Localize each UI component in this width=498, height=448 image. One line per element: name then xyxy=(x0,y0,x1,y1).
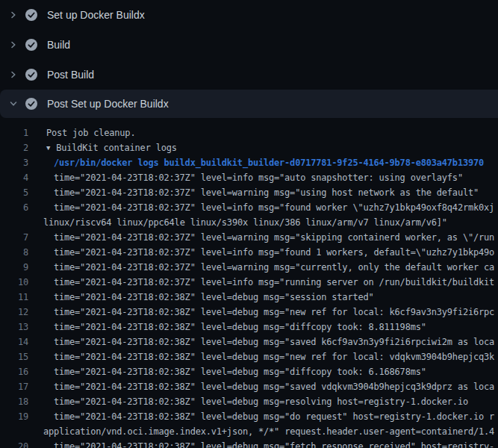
step-label: Set up Docker Buildx xyxy=(47,9,145,21)
log-text: time="2021-04-23T18:02:38Z" level=debug … xyxy=(54,335,494,349)
log-row: 2▼BuildKit container logs xyxy=(0,140,498,155)
log-row: 18time="2021-04-23T18:02:38Z" level=debu… xyxy=(0,394,498,409)
log-command-text: /usr/bin/docker logs buildx_buildkit_bui… xyxy=(54,155,484,170)
log-row: application/vnd.oci.image.index.v1+json,… xyxy=(0,424,498,439)
chevron-down-icon xyxy=(9,99,18,108)
log-text: time="2021-04-23T18:02:37Z" level=warnin… xyxy=(54,230,494,245)
log-text: time="2021-04-23T18:02:37Z" level=warnin… xyxy=(54,185,479,200)
log-text: time="2021-04-23T18:02:37Z" level=info m… xyxy=(54,170,463,185)
log-text: time="2021-04-23T18:02:38Z" level=debug … xyxy=(54,320,426,335)
log-row: 13time="2021-04-23T18:02:38Z" level=debu… xyxy=(0,320,498,335)
log-text: time="2021-04-23T18:02:38Z" level=debug … xyxy=(54,409,494,424)
check-circle-icon xyxy=(25,39,37,51)
log-row: 16time="2021-04-23T18:02:38Z" level=debu… xyxy=(0,364,498,379)
log-text: time="2021-04-23T18:02:38Z" level=debug … xyxy=(54,364,426,379)
log-text: time="2021-04-23T18:02:38Z" level=debug … xyxy=(54,439,494,448)
line-number[interactable]: 18 xyxy=(0,394,28,409)
line-number[interactable]: 14 xyxy=(0,335,28,349)
log-row: 6time="2021-04-23T18:02:37Z" level=info … xyxy=(0,200,498,215)
log-row: 8time="2021-04-23T18:02:37Z" level=info … xyxy=(0,245,498,260)
check-circle-icon xyxy=(25,9,37,21)
log-text: time="2021-04-23T18:02:38Z" level=debug … xyxy=(54,305,494,320)
step-row[interactable]: Post Set up Docker Buildx xyxy=(0,90,498,118)
log-text: linux/riscv64 linux/ppc64le linux/s390x … xyxy=(43,215,447,230)
log-row: 12time="2021-04-23T18:02:38Z" level=debu… xyxy=(0,305,498,320)
log-text: time="2021-04-23T18:02:38Z" level=debug … xyxy=(54,379,494,394)
group-collapse-icon[interactable]: ▼ xyxy=(46,140,50,155)
line-number xyxy=(0,424,28,439)
step-label: Post Set up Docker Buildx xyxy=(47,98,169,110)
line-number[interactable]: 20 xyxy=(0,439,28,448)
workflow-steps-list: Set up Docker Buildx Build Post Build xyxy=(0,0,498,118)
check-circle-icon xyxy=(25,69,37,81)
line-number[interactable]: 15 xyxy=(0,349,28,364)
line-number[interactable]: 9 xyxy=(0,260,28,275)
chevron-right-icon xyxy=(9,70,18,79)
log-text: time="2021-04-23T18:02:37Z" level=warnin… xyxy=(54,260,494,275)
chevron-right-icon xyxy=(9,10,18,19)
line-number[interactable]: 12 xyxy=(0,305,28,320)
log-row: 17time="2021-04-23T18:02:38Z" level=debu… xyxy=(0,379,498,394)
line-number[interactable]: 16 xyxy=(0,364,28,379)
log-row: 7time="2021-04-23T18:02:37Z" level=warni… xyxy=(0,230,498,245)
line-number[interactable]: 2 xyxy=(0,140,28,155)
log-text: time="2021-04-23T18:02:38Z" level=debug … xyxy=(54,349,494,364)
log-row: 4time="2021-04-23T18:02:37Z" level=info … xyxy=(0,170,498,185)
line-number[interactable]: 7 xyxy=(0,230,28,245)
line-number[interactable]: 3 xyxy=(0,155,28,170)
step-label: Build xyxy=(47,39,70,51)
line-number[interactable]: 4 xyxy=(0,170,28,185)
step-label: Post Build xyxy=(47,69,94,81)
log-text: time="2021-04-23T18:02:37Z" level=info m… xyxy=(54,245,494,260)
log-row: 10time="2021-04-23T18:02:37Z" level=info… xyxy=(0,275,498,290)
log-text: time="2021-04-23T18:02:38Z" level=debug … xyxy=(54,394,468,409)
line-number[interactable]: 5 xyxy=(0,185,28,200)
line-number[interactable]: 19 xyxy=(0,409,28,424)
step-row[interactable]: Set up Docker Buildx xyxy=(0,0,498,30)
log-row: 3/usr/bin/docker logs buildx_buildkit_bu… xyxy=(0,155,498,170)
line-number[interactable]: 8 xyxy=(0,245,28,260)
log-panel: 1Post job cleanup.2▼BuildKit container l… xyxy=(0,118,498,448)
log-text: time="2021-04-23T18:02:37Z" level=info m… xyxy=(54,275,494,290)
log-text: Post job cleanup. xyxy=(46,125,135,140)
line-number[interactable]: 17 xyxy=(0,379,28,394)
log-text: time="2021-04-23T18:02:37Z" level=info m… xyxy=(54,200,494,215)
log-row: 11time="2021-04-23T18:02:38Z" level=debu… xyxy=(0,290,498,305)
log-row: 14time="2021-04-23T18:02:38Z" level=debu… xyxy=(0,335,498,349)
log-text[interactable]: BuildKit container logs xyxy=(56,140,177,155)
step-row[interactable]: Post Build xyxy=(0,60,498,90)
log-text: time="2021-04-23T18:02:38Z" level=debug … xyxy=(54,290,374,305)
log-row: 15time="2021-04-23T18:02:38Z" level=debu… xyxy=(0,349,498,364)
line-number[interactable]: 10 xyxy=(0,275,28,290)
log-row: 20time="2021-04-23T18:02:38Z" level=debu… xyxy=(0,439,498,448)
log-text: application/vnd.oci.image.index.v1+json,… xyxy=(43,424,494,439)
log-row: 1Post job cleanup. xyxy=(0,125,498,140)
log-row: 5time="2021-04-23T18:02:37Z" level=warni… xyxy=(0,185,498,200)
chevron-right-icon xyxy=(9,40,18,49)
line-number xyxy=(0,215,28,230)
line-number[interactable]: 6 xyxy=(0,200,28,215)
log-row: 9time="2021-04-23T18:02:37Z" level=warni… xyxy=(0,260,498,275)
log-row: linux/riscv64 linux/ppc64le linux/s390x … xyxy=(0,215,498,230)
line-number[interactable]: 1 xyxy=(0,125,28,140)
log-row: 19time="2021-04-23T18:02:38Z" level=debu… xyxy=(0,409,498,424)
line-number[interactable]: 13 xyxy=(0,320,28,335)
line-number[interactable]: 11 xyxy=(0,290,28,305)
check-circle-icon xyxy=(25,98,37,110)
step-row[interactable]: Build xyxy=(0,30,498,60)
